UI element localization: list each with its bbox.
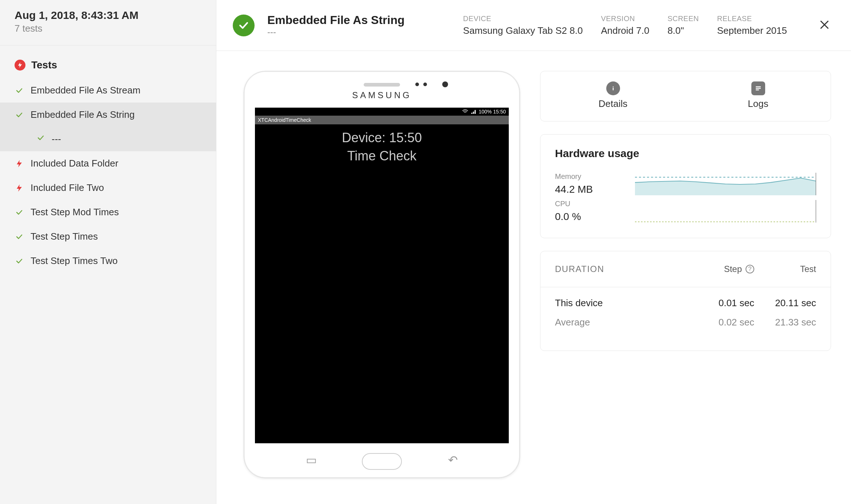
content: SAMSUNG 100% 15:50 XTCAndroidTimeCheck D… [216,51,851,504]
tab-logs[interactable]: Logs [686,71,831,121]
tests-heading-label: Tests [31,59,57,71]
test-item[interactable]: Test Step Mod Times [0,200,216,224]
test-item-label: Included File Two [31,182,104,193]
duration-col-step: Step ? [692,264,754,274]
tab-details[interactable]: Details [540,71,686,121]
wifi-icon [462,108,468,115]
test-item[interactable]: Test Step Times [0,224,216,249]
meta-item: DEVICESamsung Galaxy Tab S2 8.0 [463,15,583,36]
test-step-item[interactable]: --- [0,127,216,151]
memory-value: 44.2 MB [555,184,624,195]
test-item-label: Embedded File As Stream [31,85,140,96]
test-item-label: Embedded File As String [31,109,135,120]
duration-row: This device0.01 sec20.11 sec [555,297,816,309]
close-icon [818,18,831,31]
meta-label: DEVICE [463,15,583,23]
check-icon [15,232,24,241]
panels: Details Logs Hardware usage [540,71,831,484]
test-item-label: Test Step Mod Times [31,207,119,218]
tabs-panel: Details Logs [540,71,831,121]
run-timestamp: Aug 1, 2018, 8:43:31 AM [15,9,201,21]
hardware-title: Hardware usage [555,147,816,160]
recent-apps-button-icon: ▭ [306,453,317,467]
duration-row-label: Average [555,317,692,328]
tab-logs-label: Logs [748,98,768,109]
check-icon [15,208,24,217]
back-button-icon: ↶ [448,453,458,467]
meta-value: Samsung Galaxy Tab S2 8.0 [463,25,583,36]
home-button [362,453,402,470]
meta-value: September 2015 [717,25,787,36]
test-item-label: Included Data Folder [31,158,118,169]
meta-value: 8.0" [667,25,699,36]
memory-label: Memory [555,172,624,181]
meta-label: SCREEN [667,15,699,23]
app-title-bar: XTCAndroidTimeCheck [255,116,509,124]
sidebar: Aug 1, 2018, 8:43:31 AM 7 tests Tests Em… [0,0,216,504]
logs-icon [751,81,765,95]
bolt-icon [15,60,25,71]
meta-value: Android 7.0 [601,25,649,36]
test-item[interactable]: Included Data Folder [0,151,216,176]
device-meta: DEVICESamsung Galaxy Tab S2 8.0VERSIONAn… [463,15,787,36]
test-count: 7 tests [15,23,201,34]
meta-label: VERSION [601,15,649,23]
check-icon [15,111,24,119]
check-icon [15,86,24,95]
duration-title: DURATION [555,264,692,274]
meta-item: VERSIONAndroid 7.0 [601,15,649,36]
topbar: Embedded File As String --- DEVICESamsun… [216,0,851,51]
test-item[interactable]: Test Step Times Two [0,249,216,273]
test-item[interactable]: Embedded File As Stream [0,78,216,103]
meta-item: SCREEN8.0" [667,15,699,36]
screen-content: Device: 15:50 Time Check [255,129,509,165]
help-icon[interactable]: ? [746,265,754,273]
memory-sparkline [635,173,816,195]
status-bar-text: 100% 15:50 [479,109,506,115]
page-subtitle: --- [267,27,405,37]
bolt-icon [15,184,24,192]
check-icon [36,133,45,145]
duration-step-value: 0.02 sec [692,317,754,328]
duration-row-label: This device [555,297,692,309]
duration-step-value: 0.01 sec [692,297,754,309]
divider [540,287,831,287]
screen-line-2: Time Check [255,147,509,165]
duration-row: Average0.02 sec21.33 sec [555,317,816,328]
page-title: Embedded File As String [267,13,405,27]
signal-icon [470,108,477,115]
duration-test-value: 21.33 sec [754,317,816,328]
screen-line-1: Device: 15:50 [255,129,509,147]
close-button[interactable] [814,15,835,35]
test-item[interactable]: Included File Two [0,176,216,200]
cpu-row: CPU 0.0 % [555,200,816,223]
tablet-frame: SAMSUNG 100% 15:50 XTCAndroidTimeCheck D… [244,71,520,478]
test-list: Embedded File As StreamEmbedded File As … [0,78,216,273]
cpu-value: 0.0 % [555,211,624,223]
test-item-label: Test Step Times [31,231,98,242]
memory-row: Memory 44.2 MB [555,172,816,195]
sensors [415,81,448,87]
earpiece [364,83,400,87]
meta-item: RELEASESeptember 2015 [717,15,787,36]
test-item-label: Test Step Times Two [31,255,117,267]
brand-logo: SAMSUNG [244,90,520,100]
check-icon [15,257,24,265]
android-status-bar: 100% 15:50 [255,108,509,116]
tab-details-label: Details [599,98,627,109]
test-item[interactable]: Embedded File As String [0,103,216,127]
meta-label: RELEASE [717,15,787,23]
test-step-label: --- [52,133,61,145]
duration-col-test: Test [754,264,816,274]
hardware-usage-panel: Hardware usage Memory 44.2 MB [540,134,831,238]
duration-test-value: 20.11 sec [754,297,816,309]
cpu-sparkline [635,200,816,223]
info-icon [606,81,620,95]
duration-panel: DURATION Step ? Test This device0.01 sec… [540,251,831,351]
main: Embedded File As String --- DEVICESamsun… [216,0,851,504]
device-screen: 100% 15:50 XTCAndroidTimeCheck Device: 1… [255,108,509,443]
title-block: Embedded File As String --- [267,13,405,37]
device-preview: SAMSUNG 100% 15:50 XTCAndroidTimeCheck D… [236,71,520,484]
status-pass-icon [233,15,255,36]
tests-heading: Tests [0,45,216,78]
